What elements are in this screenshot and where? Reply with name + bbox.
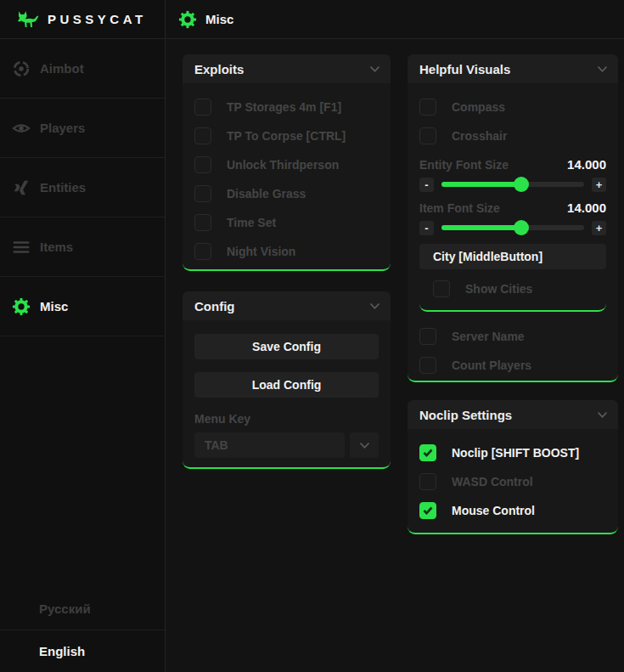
checkbox-row-count-players[interactable]: Count Players — [408, 351, 618, 380]
panel-config: Config Save Config Load Config Menu Key … — [183, 291, 391, 469]
page-title: Misc — [205, 12, 233, 26]
slider-thumb[interactable] — [514, 177, 529, 192]
checkbox-label: Time Set — [227, 216, 276, 229]
checkbox[interactable] — [419, 328, 436, 345]
checkbox[interactable] — [419, 502, 436, 519]
entity-font-size-row: Entity Font Size 14.000 — [408, 157, 618, 172]
menu-key-dropdown-button[interactable] — [350, 432, 379, 458]
checkbox[interactable] — [194, 156, 211, 173]
checkbox-label: WASD Control — [452, 475, 533, 488]
checkbox[interactable] — [419, 444, 436, 461]
checkbox-label: Crosshair — [452, 129, 507, 143]
checkbox-label: Unlock Thirdperson — [227, 158, 339, 172]
item-font-size-row: Item Font Size 14.000 — [408, 200, 618, 215]
checkbox-label: Disable Grass — [227, 187, 306, 200]
increment-button[interactable]: + — [592, 221, 606, 235]
checkbox[interactable] — [194, 243, 211, 260]
chevron-down-icon — [369, 302, 380, 310]
entity-font-size-value: 14.000 — [567, 157, 606, 172]
checkbox-label: Mouse Control — [452, 504, 535, 517]
entity-font-size-slider: - + — [408, 177, 618, 192]
item-font-size-label: Item Font Size — [419, 201, 567, 215]
checkbox-row-server-name[interactable]: Server Name — [408, 322, 618, 351]
slider-track[interactable] — [441, 182, 584, 187]
item-font-size-value: 14.000 — [567, 200, 606, 215]
content: Exploits TP Storages 4m [F1] TP To Corps… — [166, 39, 624, 672]
increment-button[interactable]: + — [592, 178, 606, 192]
language-english[interactable]: English — [0, 630, 165, 672]
sidebar-item-aimbot[interactable]: Aimbot — [0, 39, 165, 99]
checkbox-row-time-set[interactable]: Time Set — [183, 208, 391, 237]
sidebar-item-label: Items — [40, 240, 73, 254]
checkbox-row-noclip[interactable]: Noclip [SHIFT BOOST] — [408, 438, 618, 467]
slider-thumb[interactable] — [514, 220, 529, 235]
gear-icon — [178, 10, 197, 29]
sidebar-item-misc[interactable]: Misc — [0, 277, 165, 336]
sidebar-item-label: Entities — [40, 180, 86, 195]
checkbox-row-wasd-control[interactable]: WASD Control — [408, 467, 618, 496]
item-font-size-slider: - + — [408, 220, 618, 235]
sidebar-item-label: Misc — [40, 299, 68, 313]
checkbox-row-compass[interactable]: Compass — [408, 93, 618, 121]
save-config-button[interactable]: Save Config — [194, 334, 379, 359]
checkbox-row-disable-grass[interactable]: Disable Grass — [183, 179, 391, 208]
checkbox-label: TP Storages 4m [F1] — [227, 100, 341, 114]
checkbox[interactable] — [419, 357, 436, 374]
list-icon — [11, 237, 31, 257]
checkbox-row-tp-storages[interactable]: TP Storages 4m [F1] — [183, 93, 391, 121]
chevron-down-icon — [597, 411, 608, 419]
sidebar-item-entities[interactable]: Entities — [0, 158, 165, 217]
topbar: Misc — [166, 0, 624, 39]
cat-icon — [14, 9, 40, 30]
entities-icon — [11, 178, 31, 198]
decrement-button[interactable]: - — [419, 221, 434, 235]
gear-icon — [11, 296, 31, 317]
checkbox-row-mouse-control[interactable]: Mouse Control — [408, 496, 618, 525]
checkbox-label: Compass — [452, 100, 505, 114]
panel-noclip-settings-header[interactable]: Noclip Settings — [408, 400, 618, 429]
checkbox-label: Count Players — [452, 359, 531, 372]
sidebar-item-players[interactable]: Players — [0, 99, 165, 158]
checkbox[interactable] — [194, 185, 211, 202]
panel-exploits-header[interactable]: Exploits — [183, 54, 391, 83]
sidebar-nav: Aimbot Players Entities — [0, 39, 165, 336]
checkbox[interactable] — [419, 473, 436, 490]
checkbox-row-tp-corpse[interactable]: TP To Corpse [CTRL] — [183, 121, 391, 150]
city-keybind-button[interactable]: City [MiddleButton] — [419, 244, 606, 269]
decrement-button[interactable]: - — [419, 178, 434, 192]
panel-title: Exploits — [194, 62, 369, 76]
slider-track[interactable] — [441, 225, 584, 230]
brand-logo: PUSSYCAT — [0, 0, 165, 39]
chevron-down-icon — [369, 65, 380, 73]
checkbox[interactable] — [433, 280, 450, 297]
panel-config-header[interactable]: Config — [183, 291, 391, 320]
aimbot-icon — [11, 59, 31, 79]
checkbox-row-night-vision[interactable]: Night Vision — [183, 237, 391, 266]
panel-noclip-settings: Noclip Settings Noclip [SHIFT BOOST] WAS… — [408, 400, 618, 534]
checkbox-row-crosshair[interactable]: Crosshair — [408, 121, 618, 150]
menu-key-value[interactable]: TAB — [194, 432, 345, 458]
panel-helpful-visuals-header[interactable]: Helpful Visuals — [408, 54, 618, 83]
chevron-down-icon — [359, 442, 370, 449]
sidebar-item-items[interactable]: Items — [0, 217, 165, 277]
language-russian[interactable]: Русский — [0, 587, 165, 630]
checkbox[interactable] — [419, 99, 436, 116]
checkbox[interactable] — [194, 127, 211, 144]
checkbox-row-show-cities[interactable]: Show Cities — [419, 274, 606, 303]
checkbox-label: Server Name — [452, 330, 525, 343]
menu-key-label: Menu Key — [194, 412, 379, 426]
sidebar-spacer — [0, 336, 165, 587]
language-switcher: Русский English — [0, 587, 165, 672]
city-group: City [MiddleButton] Show Cities — [419, 244, 606, 312]
load-config-button[interactable]: Load Config — [194, 372, 379, 398]
checkbox[interactable] — [419, 127, 436, 144]
checkbox[interactable] — [194, 99, 211, 116]
checkbox-row-unlock-thirdperson[interactable]: Unlock Thirdperson — [183, 150, 391, 179]
panel-title: Helpful Visuals — [419, 62, 597, 76]
sidebar: PUSSYCAT Aimbot Players — [0, 0, 166, 672]
panel-helpful-visuals: Helpful Visuals Compass Crosshair Entity… — [408, 54, 618, 382]
checkbox[interactable] — [194, 214, 211, 231]
brand-name: PUSSYCAT — [48, 12, 147, 26]
panel-title: Noclip Settings — [419, 408, 597, 422]
menu-key-select: TAB — [194, 432, 379, 458]
